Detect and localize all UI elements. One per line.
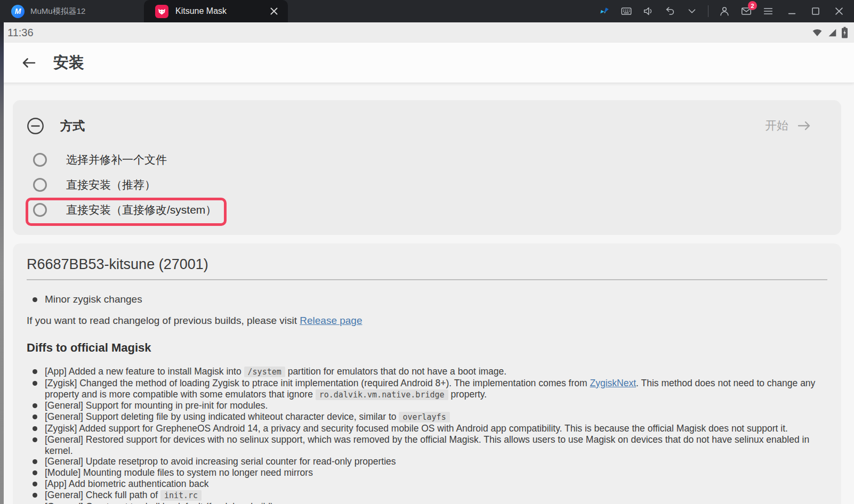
window-edge (0, 22, 4, 504)
changelog-text: [Zygisk] Added support for GrepheneOS An… (45, 423, 788, 434)
android-statusbar: 11:36 (0, 22, 854, 43)
status-icons (811, 26, 849, 39)
method-options: 选择并修补一个文件 直接安装（推荐） 直接安装（直接修改/system） (27, 147, 827, 222)
radio-option-label: 选择并修补一个文件 (66, 152, 167, 167)
changelog-text: property. (448, 389, 487, 400)
changelog-item: [Zygisk] Added support for GrepheneOS An… (45, 423, 827, 434)
app-content: 方式 开始 选择并修补一个文件 直接安装（推荐） 直接安装（直接修改/syste… (0, 83, 854, 504)
back-arrow-icon[interactable] (20, 54, 37, 71)
tab-title: Kitsune Mask (175, 6, 262, 16)
maximize-icon[interactable] (810, 5, 821, 17)
mail-badge: 2 (748, 1, 757, 10)
chevron-down-icon[interactable] (686, 5, 698, 17)
changelog-text: [General] Support for mounting in pre-in… (45, 400, 268, 411)
changelog-item: [General] Support for mounting in pre-in… (45, 400, 827, 411)
app-tab-kitsune-mask[interactable]: Kitsune Mask (144, 0, 288, 22)
kitsune-mask-icon (155, 5, 168, 18)
release-page-link[interactable]: Release page (300, 315, 362, 326)
start-button[interactable]: 开始 (765, 118, 811, 134)
keyboard-icon[interactable] (621, 5, 632, 17)
inline-code: overlayfs (399, 412, 449, 422)
wifi-icon (811, 27, 824, 38)
window-controls (786, 5, 845, 17)
changelog-text: [General] Restored support for devices w… (45, 434, 809, 456)
collapse-icon[interactable] (27, 117, 44, 135)
butterfly-icon[interactable] (599, 5, 610, 17)
app-toolbar: 安装 (0, 43, 854, 83)
status-time: 11:36 (7, 27, 34, 39)
version-notes-list: Minor zygisk changes (27, 293, 827, 306)
user-icon[interactable] (719, 5, 730, 17)
changelog-item: [General] Update resetprop to avoid incr… (45, 456, 827, 467)
arrow-right-icon (796, 118, 811, 133)
changelog-item: [General] Support deleting file by using… (45, 411, 827, 423)
signal-icon (826, 27, 838, 38)
changelog-text: [Module] Mounting module files to system… (45, 467, 313, 478)
changelog-item: [General] Check full path of init.rc (45, 490, 827, 501)
mumu-logo-icon: M (11, 5, 25, 18)
changelog-text: partition for emulators that do not have… (285, 366, 506, 377)
changelog-version-title: R6687BB53-kitsune (27001) (27, 256, 827, 280)
method-header: 方式 开始 (27, 111, 827, 141)
emulator-titlebar: M MuMu模拟器12 Kitsune Mask (0, 0, 854, 22)
minimize-icon[interactable] (786, 5, 798, 17)
radio-option[interactable]: 直接安装（直接修改/system） (27, 197, 827, 222)
changelog-text: [Zygisk] Changed the method of loading Z… (45, 378, 590, 388)
page-title: 安装 (53, 52, 84, 74)
toolbar-divider (708, 5, 708, 17)
install-method-card: 方式 开始 选择并修补一个文件 直接安装（推荐） 直接安装（直接修改/syste… (13, 100, 841, 235)
emulator-title: MuMu模拟器12 (30, 6, 85, 17)
radio-option[interactable]: 选择并修补一个文件 (27, 147, 827, 172)
changelog-item: [App] Added a new feature to install Mag… (45, 366, 827, 378)
changelog-item: [App] Add biometric authentication back (45, 478, 827, 490)
inline-link[interactable]: ZygiskNext (590, 378, 637, 388)
changelog-text: [General] Check full path of (45, 490, 160, 500)
volume-icon[interactable] (642, 5, 654, 17)
changelog-item: [General] Restored support for devices w… (45, 434, 827, 457)
diffs-title: Diffs to official Magisk (27, 341, 827, 355)
changelog-card: R6687BB53-kitsune (27001) Minor zygisk c… (13, 243, 841, 504)
start-label: 开始 (765, 118, 788, 134)
changelog-item: [Zygisk] Changed the method of loading Z… (45, 378, 827, 401)
radio-circle-icon[interactable] (33, 203, 47, 217)
previous-builds-paragraph: If you want to read changelog of previou… (27, 315, 827, 327)
changelog-text: [General] Support deleting file by using… (45, 411, 399, 422)
version-note-item: Minor zygisk changes (45, 293, 827, 306)
radio-option-label: 直接安装（推荐） (66, 177, 156, 192)
changelog-text: [App] Add biometric authentication back (45, 478, 208, 489)
mail-icon[interactable]: 2 (740, 5, 752, 17)
radio-option[interactable]: 直接安装（推荐） (27, 172, 827, 197)
close-icon[interactable] (833, 5, 845, 17)
inline-code: ro.dalvik.vm.native.bridge (316, 389, 448, 400)
method-title: 方式 (60, 118, 85, 134)
inline-code: init.rc (160, 490, 202, 501)
changelog-text: [General] Update resetprop to avoid incr… (45, 456, 396, 467)
changelog-text: [App] Added a new feature to install Mag… (45, 366, 244, 377)
radio-option-label: 直接安装（直接修改/system） (66, 202, 216, 217)
emulator-brand: M MuMu模拟器12 (0, 0, 144, 22)
undo-icon[interactable] (664, 5, 676, 17)
inline-code: /system (244, 367, 285, 377)
titlebar-toolbar: 2 (599, 0, 854, 22)
menu-icon[interactable] (762, 5, 774, 17)
diffs-list: [App] Added a new feature to install Mag… (27, 366, 827, 504)
radio-circle-icon[interactable] (33, 178, 47, 192)
changelog-text: [General] Grant root to shell by default… (45, 501, 273, 504)
radio-circle-icon[interactable] (33, 153, 47, 167)
tab-close-icon[interactable] (269, 6, 279, 17)
changelog-item: [General] Grant root to shell by default… (45, 501, 827, 504)
changelog-item: [Module] Mounting module files to system… (45, 467, 827, 478)
battery-charging-icon (841, 26, 849, 39)
